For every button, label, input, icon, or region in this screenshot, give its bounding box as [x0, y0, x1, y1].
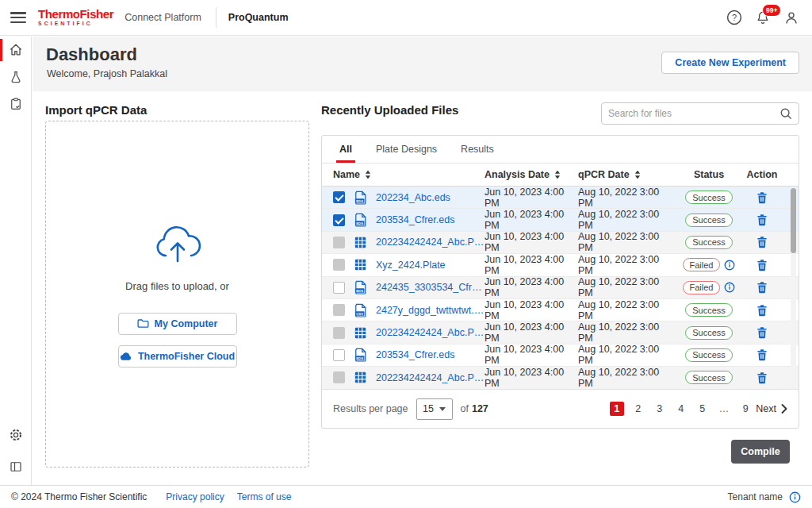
status-badge: Success — [685, 371, 733, 384]
row-checkbox — [333, 259, 345, 271]
page-button-9[interactable]: 9 — [738, 402, 753, 416]
status-badge: Success — [685, 348, 733, 362]
table-row: 202234242424_Abc.Plate Jun 10, 2023 4:00… — [322, 321, 799, 344]
sidebar-item-panel-toggle[interactable] — [0, 453, 32, 480]
tab-results[interactable]: Results — [461, 136, 494, 163]
file-dropzone[interactable]: Drag files to upload, or My Computer The… — [45, 121, 309, 468]
file-type-icon: EDS — [354, 348, 369, 362]
tenant-name-label: Tenant name — [728, 491, 783, 502]
delete-file-button[interactable] — [756, 371, 768, 384]
cloud-icon — [120, 352, 132, 361]
qpcr-date: Aug 10, 2022 3:00 PM — [578, 321, 675, 344]
of-label: of — [461, 403, 469, 414]
row-checkbox[interactable] — [333, 214, 345, 226]
column-header-action: Action — [747, 169, 778, 180]
svg-text:EDS: EDS — [356, 289, 363, 293]
delete-file-button[interactable] — [756, 304, 768, 317]
qpcr-date: Aug 10, 2022 3:00 PM — [578, 209, 675, 231]
create-new-experiment-button[interactable]: Create New Experiment — [661, 52, 799, 74]
file-name-link[interactable]: 2427y_dggd_twttwtwt.csv — [376, 305, 485, 316]
pagination-bar: Results per page 15 of 127 12345…9 Next — [322, 389, 799, 428]
delete-file-button[interactable] — [756, 191, 768, 204]
qpcr-date: Aug 10, 2022 3:00 PM — [578, 231, 675, 253]
svg-text:EDS: EDS — [356, 356, 363, 360]
sidebar-item-home[interactable] — [0, 37, 32, 64]
sort-name-icon[interactable] — [365, 170, 371, 179]
status-info-icon[interactable] — [724, 260, 735, 271]
files-card: AllPlate DesignsResults Name Analysis Da… — [321, 135, 799, 429]
status-info-icon[interactable] — [724, 282, 735, 293]
delete-file-button[interactable] — [756, 236, 768, 248]
home-icon — [8, 42, 24, 58]
row-checkbox — [333, 327, 345, 339]
page-button-3[interactable]: 3 — [653, 402, 667, 416]
delete-file-button[interactable] — [756, 214, 768, 226]
search-icon[interactable] — [779, 107, 792, 120]
drag-files-label: Drag files to upload, or — [125, 280, 229, 292]
analysis-date: Jun 10, 2023 4:00 PM — [485, 187, 578, 209]
sidebar-item-experiments[interactable] — [0, 64, 32, 90]
status-badge: Success — [685, 214, 733, 227]
scrollbar-thumb[interactable] — [791, 188, 796, 253]
svg-text:EDS: EDS — [356, 198, 363, 202]
sort-analysis-date-icon[interactable] — [554, 170, 561, 179]
results-per-page-select[interactable]: 15 — [416, 398, 453, 420]
platform-label: Connect Platform — [124, 12, 201, 23]
notifications-bell-icon[interactable]: 99+ — [755, 10, 771, 26]
sidebar-item-plates[interactable] — [0, 90, 32, 117]
file-name-link[interactable]: 242435_3303534_Cfrer.eds — [376, 282, 485, 293]
file-name-link[interactable]: 202234242424_Abc.Plate — [376, 372, 485, 383]
user-account-icon[interactable] — [783, 10, 799, 26]
analysis-date: Jun 10, 2023 4:00 PM — [485, 367, 578, 389]
file-name-link[interactable]: 202234242424_Abc.Plate — [376, 237, 485, 248]
row-checkbox[interactable] — [333, 349, 345, 361]
terms-of-use-link[interactable]: Terms of use — [237, 491, 292, 502]
tab-all[interactable]: All — [339, 136, 352, 163]
delete-file-button[interactable] — [756, 348, 768, 361]
page-header-band: Dashboard Welcome, Prajosh Palakkal Crea… — [33, 37, 812, 91]
delete-file-button[interactable] — [756, 259, 768, 271]
file-name-link[interactable]: 203534_Cfrer.eds — [376, 214, 485, 225]
page-button-2[interactable]: 2 — [631, 402, 645, 416]
file-type-icon — [354, 371, 369, 383]
help-icon[interactable]: ? — [726, 10, 742, 25]
table-row: CSV 2427y_dggd_twttwtwt.csv Jun 10, 2023… — [322, 299, 799, 321]
file-name-link[interactable]: 202234_Abc.eds — [376, 192, 485, 203]
qpcr-date: Aug 10, 2022 3:00 PM — [578, 254, 675, 276]
qpcr-date: Aug 10, 2022 3:00 PM — [578, 276, 675, 298]
table-row: EDS 203534_Cfrer.eds Jun 10, 2023 4:00 P… — [322, 344, 799, 367]
page-button-1[interactable]: 1 — [610, 402, 624, 416]
thermofisher-cloud-button[interactable]: ThermoFisher Cloud — [118, 345, 237, 368]
page-button-5[interactable]: 5 — [695, 402, 710, 416]
page-ellipsis: … — [717, 402, 732, 416]
gear-icon — [8, 427, 24, 443]
file-name-link[interactable]: 203534_Cfrer.eds — [376, 349, 485, 360]
qpcr-date: Aug 10, 2022 3:00 PM — [578, 367, 675, 389]
next-page-button[interactable]: Next — [756, 403, 787, 414]
file-type-icon: CSV — [354, 303, 369, 318]
page-button-4[interactable]: 4 — [674, 402, 688, 416]
sidebar-item-settings[interactable] — [0, 421, 32, 448]
file-type-icon — [354, 237, 369, 248]
app-name: ProQuantum — [228, 12, 289, 23]
left-sidebar — [0, 37, 32, 485]
delete-file-button[interactable] — [756, 326, 768, 339]
search-input[interactable] — [602, 108, 779, 119]
delete-file-button[interactable] — [756, 281, 768, 294]
tab-plate-designs[interactable]: Plate Designs — [376, 136, 437, 163]
row-checkbox — [333, 237, 345, 248]
tenant-info-icon[interactable] — [789, 491, 801, 503]
compile-button[interactable]: Compile — [731, 440, 790, 464]
thermofisher-logo: ThermoFisher SCIENTIFIC — [38, 8, 113, 27]
file-name-link[interactable]: 202234242424_Abc.Plate — [376, 327, 485, 338]
row-checkbox[interactable] — [333, 282, 345, 294]
row-checkbox[interactable] — [333, 191, 345, 203]
my-computer-button[interactable]: My Computer — [118, 313, 237, 335]
file-name-link[interactable]: Xyz_2424.Plate — [376, 260, 485, 271]
table-row: EDS 202234_Abc.eds Jun 10, 2023 4:00 PM … — [322, 187, 799, 209]
copyright-text: © 2024 Thermo Fisher Scientific — [11, 491, 147, 502]
column-header-analysis-date: Analysis Date — [485, 169, 550, 180]
sort-qpcr-date-icon[interactable] — [634, 170, 641, 179]
privacy-policy-link[interactable]: Privacy policy — [166, 491, 224, 502]
hamburger-menu-icon[interactable] — [10, 12, 26, 23]
